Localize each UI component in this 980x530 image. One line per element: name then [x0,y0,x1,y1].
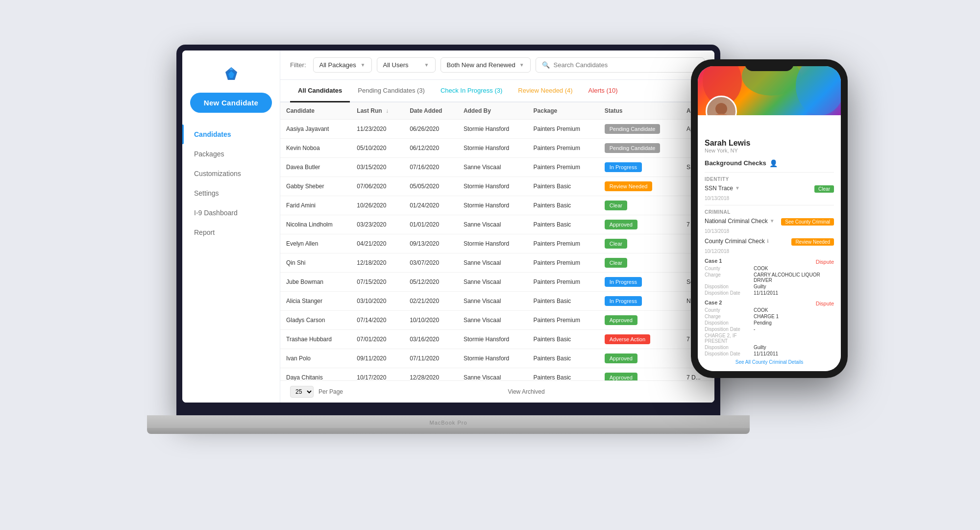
table-row[interactable]: Evelyn Allen 04/21/2020 09/13/2020 Storm… [280,234,714,253]
search-box[interactable]: 🔍 [536,57,705,73]
see-all-link[interactable]: See All County Criminal Details [705,359,834,365]
cell-added-by: Stormie Hansford [458,138,528,157]
case2-charge2-row: CHARGE 2, IF PRESENT [705,333,834,344]
cell-candidate: Evelyn Allen [280,234,351,253]
case1-county-label: County [705,266,754,271]
county-check-date: 10/12/2018 [705,249,834,254]
per-page-select[interactable]: 25 [290,386,314,398]
cell-candidate: Gladys Carson [280,310,351,329]
case2-charge2-disp-date-row: Disposition Date 11/11/2011 [705,351,834,356]
cell-package: Painters Basic [528,177,599,196]
sidebar-item-packages[interactable]: Packages [182,144,280,164]
cell-status: Clear [599,253,681,272]
view-archived-link[interactable]: View Archived [348,388,705,395]
table-row[interactable]: Davea Butler 03/15/2020 07/16/2020 Sanne… [280,157,714,177]
table-row[interactable]: Nicolina Lindholm 03/23/2020 01/01/2020 … [280,215,714,234]
sidebar-item-report[interactable]: Report [182,223,280,242]
table-row[interactable]: Aasiya Jayavant 11/23/2020 06/26/2020 St… [280,119,714,138]
table-row[interactable]: Qin Shi 12/18/2020 03/07/2020 Sanne Visc… [280,253,714,272]
case2-title: Case 2 [705,300,722,305]
table-row[interactable]: Ivan Polo 09/11/2020 07/11/2020 Stormie … [280,349,714,368]
cell-date-added: 06/26/2020 [404,119,458,138]
cell-status: In Progress [599,291,681,310]
tab-review[interactable]: Review Needed (4) [510,80,580,102]
cell-candidate: Qin Shi [280,253,351,272]
col-last-run[interactable]: Last Run ↓ [351,102,404,120]
cell-status: In Progress [599,157,681,177]
case1-disp-date-row: Disposition Date 11/11/2011 [705,290,834,296]
cell-candidate: Farid Amini [280,196,351,215]
col-date-added[interactable]: Date Added [404,102,458,120]
table-row[interactable]: Trashae Hubbard 07/01/2020 03/16/2020 St… [280,329,714,349]
case2-disp-date-label: Disposition Date [705,327,754,332]
nav-list: Candidates Packages Customizations Setti… [182,125,280,393]
cell-added-by: Sanne Viscaal [458,253,528,272]
table-row[interactable]: Gabby Sheber 07/06/2020 05/05/2020 Storm… [280,177,714,196]
cell-date-added: 05/05/2020 [404,177,458,196]
table-row[interactable]: Jube Bowman 07/15/2020 05/12/2020 Sanne … [280,272,714,291]
main-content: Filter: All Packages ▼ All Users ▼ Both … [280,50,714,403]
case1-dispute-button[interactable]: Dispute [816,259,834,265]
chevron-down-icon: ▼ [519,62,524,68]
cell-status: Adverse Action [599,329,681,349]
cell-candidate: Ivan Polo [280,349,351,368]
case2-charge2-disp-row: Disposition Guilty [705,345,834,350]
sidebar-item-i9[interactable]: I-9 Dashboard [182,203,280,223]
cell-added-by: Stormie Hansford [458,196,528,215]
case2-county-row: County COOK [705,307,834,313]
case2-charge-label: Charge [705,314,754,319]
search-input[interactable] [554,61,698,69]
laptop: New Candidate Candidates Packages Custom… [147,45,750,486]
cell-last-run: 07/06/2020 [351,177,404,196]
packages-filter[interactable]: All Packages ▼ [313,57,372,73]
logo-area [182,60,280,93]
county-check-row: County Criminal Check ℹ Review Needed [705,237,834,246]
tab-checkin[interactable]: Check In Progress (3) [433,80,510,102]
national-check-row: National Criminal Check ▼ See County Cri… [705,217,834,226]
table-row[interactable]: Alicia Stanger 03/10/2020 02/21/2020 San… [280,291,714,310]
table-row[interactable]: Daya Chitanis 10/17/2020 12/28/2020 Sann… [280,368,714,380]
status-badge: Approved [605,315,637,325]
case2-charge2-disp-date-label: Disposition Date [705,351,754,356]
cell-candidate: Jube Bowman [280,272,351,291]
case2-dispute-button[interactable]: Dispute [816,301,834,306]
criminal-label: CRIMINAL [705,209,834,215]
cell-added-by: Sanne Viscaal [458,215,528,234]
col-package[interactable]: Package [528,102,599,120]
cell-added-by: Sanne Viscaal [458,310,528,329]
tab-all-candidates[interactable]: All Candidates [290,80,350,102]
sidebar-item-candidates[interactable]: Candidates [182,125,280,144]
table-row[interactable]: Gladys Carson 07/14/2020 10/10/2020 Sann… [280,310,714,329]
cell-package: Painters Basic [528,329,599,349]
cell-date-added: 10/10/2020 [404,310,458,329]
col-status[interactable]: Status [599,102,681,120]
col-added-by[interactable]: Added By [458,102,528,120]
ssn-trace-label: SSN Trace ▼ [705,185,740,192]
tab-alerts[interactable]: Alerts (10) [581,80,626,102]
table-row[interactable]: Kevin Noboa 05/10/2020 06/12/2020 Stormi… [280,138,714,157]
table-row[interactable]: Farid Amini 10/26/2020 01/24/2020 Stormi… [280,196,714,215]
users-filter[interactable]: All Users ▼ [377,57,436,73]
sort-icon: ↓ [386,107,389,114]
cell-candidate: Kevin Noboa [280,138,351,157]
sidebar-item-customizations[interactable]: Customizations [182,164,280,183]
chevron-down-icon: ▼ [361,62,366,68]
identity-label: IDENTITY [705,177,834,182]
national-check-status: See County Criminal [781,217,834,226]
search-icon: 🔍 [542,61,550,69]
renewed-filter[interactable]: Both New and Renewed ▼ [441,57,531,73]
cell-candidate: Alicia Stanger [280,291,351,310]
cell-package: Painters Basic [528,196,599,215]
sidebar-item-settings[interactable]: Settings [182,183,280,203]
case1: Case 1 Dispute County COOK Charge CARRY … [705,258,834,296]
cell-last-run: 03/15/2020 [351,157,404,177]
col-candidate[interactable]: Candidate [280,102,351,120]
tab-pending[interactable]: Pending Candidates (3) [350,80,433,102]
new-candidate-button[interactable]: New Candidate [190,93,272,113]
case2-charge-val: CHARGE 1 [754,314,834,319]
case2-county-val: COOK [754,307,834,313]
status-badge: Clear [605,239,627,249]
status-badge: Approved [605,353,637,363]
cell-package: Painters Premium [528,119,599,138]
cell-package: Painters Basic [528,215,599,234]
